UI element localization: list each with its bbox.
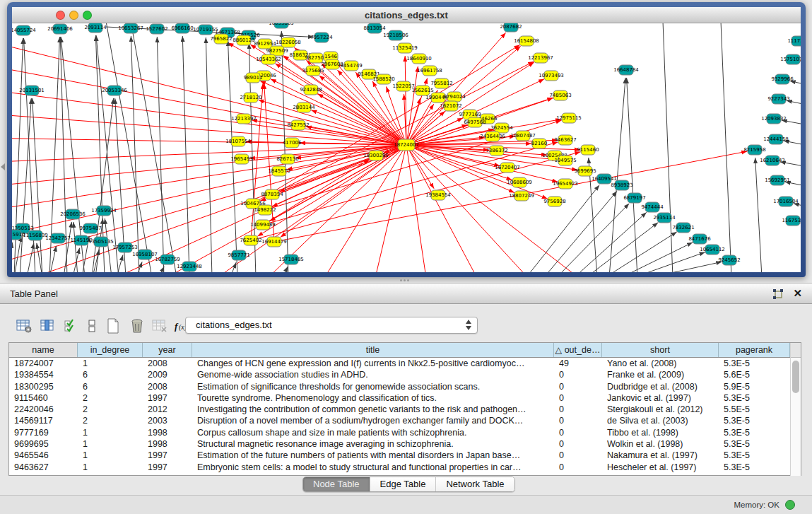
graph-node[interactable]: 16782759 (155, 255, 180, 264)
graph-node[interactable]: 9756928 (543, 197, 565, 206)
scrollbar-thumb[interactable] (792, 361, 799, 393)
graph-node[interactable]: 20691406 (47, 24, 73, 34)
table-row[interactable]: 2242004622012Investigating the contribut… (9, 404, 801, 415)
graph-node[interactable]: 7625402 (240, 235, 261, 245)
graph-node[interactable]: 6966160 (171, 23, 193, 33)
tab-node-table[interactable]: Node Table (303, 477, 370, 491)
graph-node[interactable]: 24364436 (480, 132, 505, 141)
graph-node[interactable]: 9242848 (300, 85, 322, 95)
graph-node[interactable]: 12444158 (763, 134, 789, 144)
row-height-icon[interactable] (82, 316, 101, 335)
graph-node[interactable]: 15751074 (780, 54, 801, 64)
graph-node[interactable]: 16958107 (132, 250, 158, 259)
graph-node[interactable]: 10688609 (507, 177, 532, 187)
graph-node[interactable]: 7386372 (486, 146, 507, 156)
graph-node[interactable]: 6497568 (464, 117, 486, 127)
graph-node[interactable]: 1167531 (782, 216, 801, 226)
graph-node[interactable]: 9975487 (79, 223, 101, 233)
graph-node[interactable]: 2087682 (500, 23, 522, 32)
panel-divider-handle[interactable] (400, 279, 413, 282)
table-row[interactable]: 1830029562008Estimation of significance … (9, 381, 801, 392)
graph-node[interactable]: 1527602 (146, 24, 167, 34)
graph-node[interactable]: 6879197 (623, 193, 645, 203)
graph-node[interactable]: 15692951 (765, 175, 790, 185)
table-row[interactable]: 1872400712008Changes of HCN gene express… (9, 358, 801, 369)
close-panel-icon[interactable]: ✕ (793, 287, 802, 300)
column-header-short[interactable]: short (602, 343, 719, 357)
graph-node[interactable]: 7832621 (672, 223, 694, 233)
graph-node[interactable]: 1845570 (268, 166, 290, 176)
graph-node[interactable]: 8938923 (611, 180, 632, 190)
graph-node[interactable]: 2935114 (653, 213, 676, 223)
table-settings-icon[interactable] (14, 316, 33, 335)
graph-node[interactable]: 9227343 (767, 94, 789, 104)
graph-node[interactable]: 9329966 (771, 74, 794, 84)
float-panel-icon[interactable] (772, 288, 784, 300)
graph-node[interactable]: 2803144 (293, 103, 315, 112)
column-header-pagerank[interactable]: pagerank (719, 343, 790, 357)
graph-node[interactable]: 9463627 (554, 135, 576, 145)
graph-node[interactable]: 16210643 (760, 156, 785, 165)
graph-node[interactable]: 3175685 (302, 66, 324, 76)
graph-node[interactable]: 12975115 (556, 113, 582, 123)
graph-node[interactable]: 9699695 (574, 166, 596, 176)
table-row[interactable]: 1456911722003Disruption of a novel membe… (9, 415, 801, 426)
graph-node[interactable]: 1621072 (440, 101, 461, 111)
graph-node[interactable]: 19654923 (553, 179, 578, 189)
graph-node[interactable]: 16720407 (495, 163, 520, 173)
graph-node[interactable]: 1949575 (554, 156, 576, 165)
table-row[interactable]: 1938455462009Genome-wide association stu… (9, 369, 801, 380)
graph-node[interactable]: 13505135 (88, 237, 114, 247)
table-row[interactable]: 969969511998Structural magnetic resonanc… (9, 438, 801, 450)
graph-node[interactable]: 1965493 (230, 154, 252, 164)
table-row[interactable]: 911546021997Tourette syndrome. Phenomeno… (9, 392, 801, 404)
graph-node[interactable]: 1117334 (787, 36, 801, 46)
graph-node[interactable]: 10543362 (256, 54, 281, 64)
graph-node[interactable]: 8454749 (340, 61, 362, 71)
graph-node[interactable]: 10653267 (118, 23, 143, 33)
table-row[interactable]: 946362711997Embryonic stem cells: a mode… (9, 462, 801, 473)
graph-node[interactable]: 9115460 (577, 145, 599, 155)
graph-node[interactable]: 989011 (244, 73, 263, 83)
graph-node[interactable]: 19218506 (383, 30, 408, 40)
graph-node[interactable]: 82160 (531, 139, 547, 148)
graph-node[interactable]: 20053346 (102, 86, 127, 95)
graph-node[interactable]: 16914479 (261, 237, 287, 247)
panel-collapse-arrow-icon[interactable] (1, 163, 5, 170)
graph-node[interactable]: 7957224 (310, 33, 333, 42)
graph-node[interactable]: 18640910 (406, 54, 432, 64)
table-row[interactable]: 946554611997Estimation of the future num… (9, 450, 801, 461)
graph-node[interactable]: 8813054 (363, 23, 386, 33)
graph-node[interactable]: 11156839 (23, 230, 48, 240)
graph-node[interactable]: 16648784 (613, 65, 639, 75)
graph-node[interactable]: 12342757 (45, 233, 71, 243)
graph-node[interactable]: 17016504 (773, 197, 799, 206)
graph-node[interactable]: 8860123 (233, 35, 254, 45)
graph-node[interactable]: 1562615 (411, 86, 433, 95)
graph-node[interactable]: 8215958 (743, 145, 765, 155)
graph-node[interactable]: 16053809 (269, 23, 294, 28)
graph-node[interactable]: 2718120 (240, 93, 261, 103)
graph-node[interactable]: 18807249 (509, 191, 534, 201)
tab-network-table[interactable]: Network Table (436, 477, 514, 491)
graph-node[interactable]: 16961758 (417, 66, 442, 76)
graph-node[interactable]: 15718485 (278, 255, 304, 264)
graph-node[interactable]: 2093114 (84, 23, 107, 33)
graph-node[interactable]: 9857771 (228, 250, 249, 260)
column-header-year[interactable]: year (143, 343, 192, 357)
graph-node[interactable]: 7965822 (210, 34, 232, 44)
graph-node[interactable]: 10807487 (510, 131, 536, 141)
graph-node[interactable]: 8878354 (261, 189, 283, 199)
graph-node[interactable]: 12213967 (528, 53, 553, 63)
delete-table-icon[interactable] (127, 316, 146, 335)
table-scrollbar[interactable] (790, 343, 801, 476)
graph-node[interactable]: 417006 (283, 138, 302, 148)
tab-edge-table[interactable]: Edge Table (370, 477, 437, 491)
graph-node[interactable]: 10973493 (539, 71, 564, 81)
network-canvas[interactable]: 1872400714055724206914062093114106532671… (12, 23, 801, 272)
column-header-in_degree[interactable]: in_degree (78, 343, 143, 357)
graph-node[interactable]: 1588520 (372, 74, 394, 84)
new-table-icon[interactable] (103, 316, 122, 335)
graph-node[interactable]: 7485063 (549, 90, 571, 100)
graph-node[interactable]: 14055724 (12, 25, 36, 35)
